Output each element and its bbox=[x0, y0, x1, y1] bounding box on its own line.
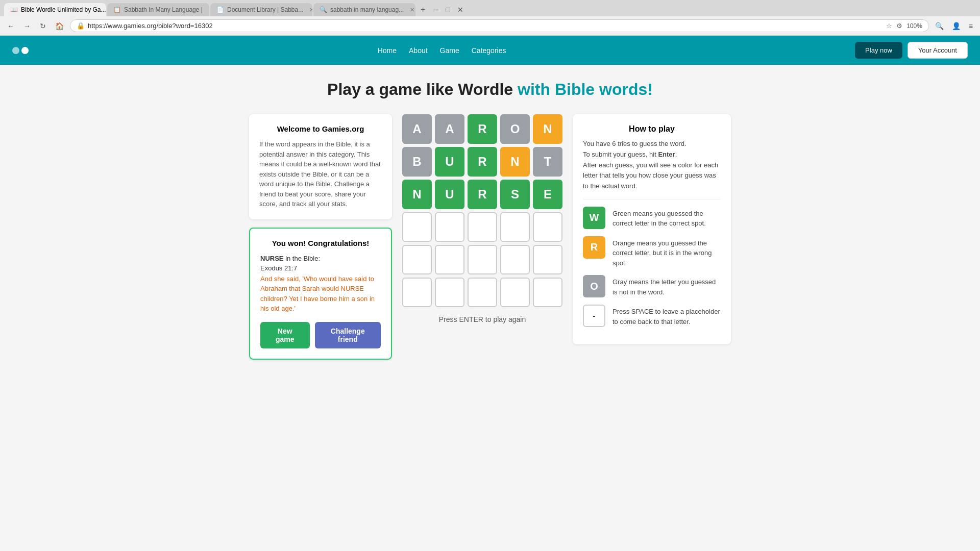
board-cell-3-0 bbox=[402, 212, 432, 242]
board-cell-1-0: B bbox=[402, 147, 432, 177]
nav-home[interactable]: Home bbox=[378, 46, 397, 55]
tab-label-3: Document Library | Sabba... bbox=[227, 6, 303, 13]
welcome-title: Welcome to Gamies.org bbox=[259, 124, 382, 133]
board-cell-0-1: A bbox=[435, 114, 464, 144]
board-cell-3-3 bbox=[500, 212, 530, 242]
tab-label-2: Sabbath In Many Language | bbox=[124, 6, 203, 13]
board-cell-4-0 bbox=[402, 245, 432, 274]
tab-2[interactable]: 📋 Sabbath In Many Language | ✕ bbox=[107, 3, 209, 16]
tab-close-4[interactable]: ✕ bbox=[410, 7, 414, 13]
tab-close-3[interactable]: ✕ bbox=[309, 7, 312, 13]
site-header: Home About Game Categories Play now Your… bbox=[0, 36, 980, 65]
nav-about[interactable]: About bbox=[409, 46, 428, 55]
legend-text-2: Gray means the letter you guessed is not… bbox=[612, 275, 721, 297]
legend-item-3: -Press SPACE to leave a placeholder to c… bbox=[583, 305, 721, 327]
board-row-4 bbox=[402, 245, 562, 274]
nav-game[interactable]: Game bbox=[440, 46, 459, 55]
tab-label-1: Bible Wordle Unlimited by Ga... bbox=[21, 6, 106, 13]
board-row-2: NURSE bbox=[402, 180, 562, 209]
tab-favicon-2: 📋 bbox=[113, 6, 121, 13]
bible-verse: And she said, 'Who would have said to Ab… bbox=[260, 274, 381, 314]
logo-dots bbox=[12, 47, 29, 54]
bible-ref: NURSE in the Bible: bbox=[260, 255, 381, 262]
tab-bar: 📖 Bible Wordle Unlimited by Ga... ✕ 📋 Sa… bbox=[0, 0, 980, 16]
legend-tile-1: R bbox=[583, 236, 605, 259]
board-row-1: BURNT bbox=[402, 147, 562, 177]
board-row-5 bbox=[402, 278, 562, 307]
tab-label-4: sabbath in many languag... bbox=[330, 6, 404, 13]
legend-item-0: WGreen means you guessed the correct let… bbox=[583, 207, 721, 229]
board-cell-4-1 bbox=[435, 245, 464, 274]
search-button[interactable]: 🔍 bbox=[932, 20, 947, 32]
legend-tile-3: - bbox=[583, 305, 605, 327]
how-line2: To submit your guess, hit Enter. bbox=[583, 151, 677, 158]
board-cell-5-4 bbox=[533, 278, 562, 307]
your-account-button[interactable]: Your Account bbox=[908, 42, 968, 59]
bible-label: in the Bible: bbox=[284, 255, 321, 262]
nav-right-icons: 🔍 👤 ≡ bbox=[932, 20, 976, 32]
back-button[interactable]: ← bbox=[4, 20, 17, 32]
congrats-buttons: New game Challenge friend bbox=[260, 322, 381, 348]
legend-item-1: ROrange means you guessed the correct le… bbox=[583, 236, 721, 268]
page-title: Play a game like Wordle with Bible words… bbox=[143, 80, 837, 99]
board-cell-1-3: N bbox=[500, 147, 530, 177]
bible-citation: Exodus 21:7 bbox=[260, 264, 381, 272]
zoom-level: 100% bbox=[906, 22, 922, 30]
how-to-play-panel: How to play You have 6 tries to guess th… bbox=[573, 114, 731, 344]
tab-favicon-1: 📖 bbox=[10, 6, 18, 13]
congrats-box: You won! Congratulations! NURSE in the B… bbox=[249, 228, 392, 360]
game-layout: Welcome to Gamies.org If the word appear… bbox=[143, 114, 837, 360]
new-tab-button[interactable]: + bbox=[416, 3, 429, 16]
legend-item-2: OGray means the letter you guessed is no… bbox=[583, 275, 721, 297]
main-content: Play a game like Wordle with Bible words… bbox=[133, 65, 847, 375]
board-cell-5-2 bbox=[468, 278, 497, 307]
game-board-area: AARONBURNTNURSE Press ENTER to play agai… bbox=[402, 114, 562, 323]
board-cell-0-4: N bbox=[533, 114, 562, 144]
board-cell-3-2 bbox=[468, 212, 497, 242]
board-grid: AARONBURNTNURSE bbox=[402, 114, 562, 307]
logo-dot-2 bbox=[21, 47, 29, 54]
forward-button[interactable]: → bbox=[20, 20, 34, 32]
board-cell-2-2: R bbox=[468, 180, 497, 209]
page-title-colored: with Bible words! bbox=[518, 80, 653, 98]
window-restore-button[interactable]: □ bbox=[443, 4, 453, 16]
board-cell-2-1: U bbox=[435, 180, 464, 209]
challenge-friend-button[interactable]: Challenge friend bbox=[315, 322, 381, 348]
window-close-button[interactable]: ✕ bbox=[454, 4, 467, 16]
how-line3: After each guess, you will see a color f… bbox=[583, 161, 718, 190]
left-panel: Welcome to Gamies.org If the word appear… bbox=[249, 114, 392, 360]
board-cell-1-1: U bbox=[435, 147, 464, 177]
new-game-button[interactable]: New game bbox=[260, 322, 310, 348]
menu-button[interactable]: ≡ bbox=[966, 20, 976, 32]
header-buttons: Play now Your Account bbox=[855, 42, 968, 59]
board-cell-5-0 bbox=[402, 278, 432, 307]
extensions-icon[interactable]: ⚙ bbox=[896, 22, 902, 30]
board-cell-0-0: A bbox=[402, 114, 432, 144]
tab-favicon-3: 📄 bbox=[216, 6, 224, 13]
board-cell-2-4: E bbox=[533, 180, 562, 209]
legend-tile-0: W bbox=[583, 207, 605, 229]
tab-close-2[interactable]: ✕ bbox=[209, 7, 209, 13]
tab-4[interactable]: 🔍 sabbath in many languag... ✕ bbox=[313, 3, 415, 16]
board-cell-0-2: R bbox=[468, 114, 497, 144]
reload-button[interactable]: ↻ bbox=[37, 20, 49, 32]
home-button[interactable]: 🏠 bbox=[52, 20, 67, 32]
board-cell-4-3 bbox=[500, 245, 530, 274]
address-bar[interactable]: 🔒 https://www.gamies.org/bible?word=1630… bbox=[70, 19, 929, 32]
board-cell-3-4 bbox=[533, 212, 562, 242]
window-minimize-button[interactable]: ─ bbox=[430, 4, 442, 16]
legend-text-3: Press SPACE to leave a placeholder to co… bbox=[612, 305, 721, 327]
logo-dot-1 bbox=[12, 47, 19, 54]
tab-3[interactable]: 📄 Document Library | Sabba... ✕ bbox=[210, 3, 312, 16]
site-logo bbox=[12, 47, 29, 54]
welcome-text: If the word appears in the Bible, it is … bbox=[259, 139, 382, 209]
nav-categories[interactable]: Categories bbox=[472, 46, 506, 55]
bookmark-icon[interactable]: ☆ bbox=[886, 22, 892, 30]
security-icon: 🔒 bbox=[77, 22, 85, 30]
board-cell-4-2 bbox=[468, 245, 497, 274]
profile-button[interactable]: 👤 bbox=[949, 20, 964, 32]
play-now-button[interactable]: Play now bbox=[855, 42, 902, 59]
how-line1: You have 6 tries to guess the word. bbox=[583, 140, 687, 147]
tab-active[interactable]: 📖 Bible Wordle Unlimited by Ga... ✕ bbox=[4, 3, 106, 16]
board-row-0: AARON bbox=[402, 114, 562, 144]
